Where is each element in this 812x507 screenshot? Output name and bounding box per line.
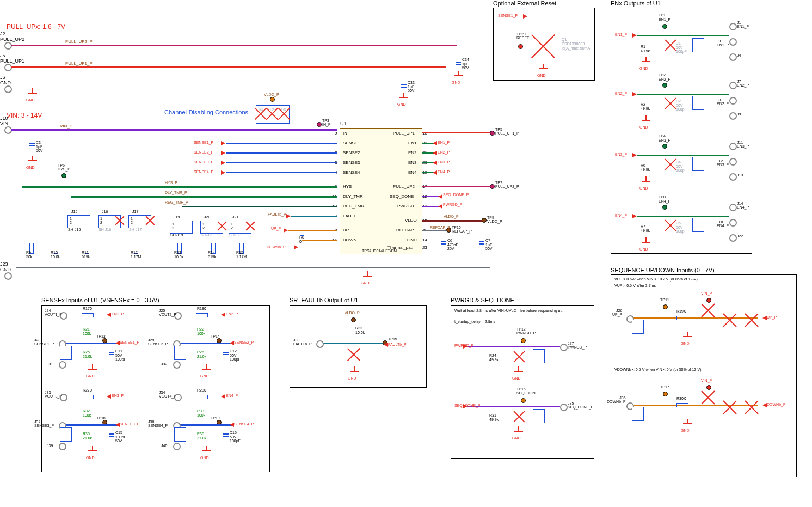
gnd-main — [362, 271, 373, 281]
J5-label: J5PULL_UP1 — [0, 53, 24, 64]
tp-vldo-top — [270, 97, 275, 102]
tp7-label: TP7 PULL_UP2_P — [495, 181, 519, 188]
ic-U1: U1 TPS7H3014HFT/EM — [340, 128, 422, 254]
tp3-label: TP3 IN_P — [322, 119, 331, 126]
net-pullup2: PULL_UP2_P — [65, 39, 93, 44]
tp10 — [446, 228, 451, 233]
J2-label: J2PULL_UP2 — [0, 31, 24, 42]
sense-block-2: J25 VOUT2_P R18 0 EN2_P R22 100k TP14 SE… — [158, 308, 267, 389]
faultb-heading: SR_FAULTb Output of U1 — [290, 297, 358, 303]
sensex-heading: SENSEx Inputs of U1 (VSENSEx = 0 - 3.5V) — [41, 297, 159, 303]
en-block-3: EN3_P TP4 EN3_P R6 49.9k C4 50V 100pF J1… — [611, 130, 751, 191]
box-faultb: VLDO_P R23 10.0k J30 FAULTb_P TP15 FAULT… — [290, 305, 427, 388]
tp6 — [61, 173, 66, 178]
tp5-label: TP5 PULL_UP1_P — [495, 127, 519, 135]
J10-label: J10VIN — [0, 115, 8, 126]
tp9 — [482, 218, 487, 223]
net-pullup1: PULL_UP1_P — [65, 61, 93, 66]
enx-heading: ENx Outputs of U1 — [611, 0, 661, 7]
en-block-2: EN2_P TP2 EN2_P R2 49.9k C2 50V 100pF J7… — [611, 69, 751, 130]
cap-C3 — [29, 142, 35, 148]
pullup-heading: PULL_UPx: 1.6 - 7V — [7, 23, 65, 30]
C3-val: 1µF 50V — [36, 145, 42, 152]
tp6-label: TP6 HYS_P — [58, 163, 70, 171]
cap-C33 — [401, 83, 407, 89]
tp5 — [490, 131, 495, 136]
tp9-label: TP9 VLDO_P — [487, 216, 502, 223]
updown-heading: SEQUENCE UP/DOWN Inputs (0 - 7V) — [611, 267, 715, 273]
u1-ref: U1 — [340, 121, 347, 126]
gnd-c3 — [27, 156, 38, 166]
wire-vin — [11, 129, 337, 131]
sense-block-3: J33 VOUT3_P R27 0 EN3_P R32 100k TP18 SE… — [44, 389, 152, 471]
net-vin: VIN_P — [60, 124, 72, 129]
J6-label: J6GND — [0, 75, 11, 85]
gnd-J6 — [27, 88, 38, 98]
C3-ref: C3 — [36, 141, 41, 144]
net-vldo-top: VLDO_P — [264, 93, 279, 96]
terminal-J23 — [4, 272, 12, 280]
box-updown: VUP > 0.6-V when VIN > 10.2 V (or 85% of… — [611, 274, 797, 477]
sense-block-4: J34 VOUT4_P R28 0 EN4_P R33 100k TP19 SE… — [158, 389, 267, 471]
tp3 — [317, 122, 322, 127]
chan-disable-heading: Channel-Disabling Connections — [164, 109, 248, 115]
schematic-sheet: PULL_UPx: 1.6 - 7V J2PULL_UP2 PULL_UP2_P… — [0, 0, 812, 507]
tp7 — [490, 184, 495, 189]
box-reset: SENSE1_P TP20 RESET Q1 CSD13380F3 Id(A_m… — [493, 8, 595, 81]
en-block-1: EN1_P TP1 EN1_P R1 49.9k C1 50V 100pF J1… — [611, 8, 751, 69]
wire-pullup1 — [11, 66, 446, 68]
en-block-4: EN4_P TP8 EN4_P R7 49.9k C5 50V 100pF J1… — [611, 191, 751, 252]
terminal-J6 — [4, 85, 12, 93]
box-pwrgd: Wait at least 2.8 ms after VIN>UVLO_rise… — [451, 305, 594, 459]
reset-heading: Optional External Reset — [493, 0, 556, 7]
pwrgd-heading: PWRGD & SEQ_DONE — [451, 297, 514, 303]
wire-pullup2 — [11, 45, 457, 46]
cap-C34 — [456, 60, 461, 66]
wire-gnd-rail — [16, 267, 490, 268]
sense-block-1: J24 VOUT1_P R17 0 EN1_P R21 100k TP13 SE… — [44, 308, 152, 389]
cap-C6 — [441, 240, 446, 246]
gnd-J6-label: GND — [26, 98, 35, 102]
tp10-label: TP10 REFCAP_P — [452, 225, 472, 233]
cap-C7 — [479, 240, 484, 246]
vin-heading: VIN: 3 - 14V — [7, 112, 42, 119]
arrow-sense1 — [221, 141, 225, 145]
